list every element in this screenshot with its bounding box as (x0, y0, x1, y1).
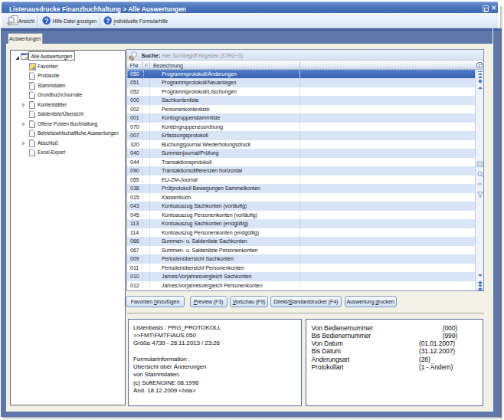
svg-text:?: ? (106, 18, 110, 25)
svg-text:db: db (477, 181, 483, 185)
svg-text:?: ? (44, 18, 48, 25)
